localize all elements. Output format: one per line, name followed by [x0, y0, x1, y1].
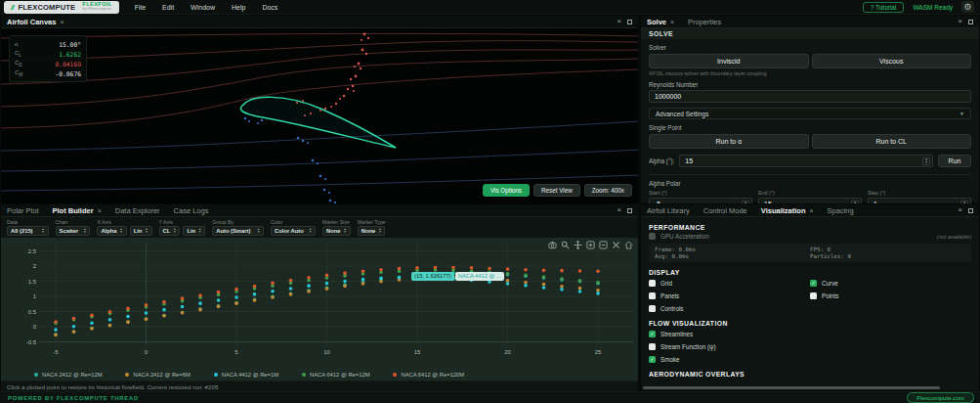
reset-view-button[interactable]: Reset View — [533, 184, 580, 197]
viz-tab-control-mode[interactable]: Control Mode — [703, 206, 747, 215]
horizontal-scrollbar[interactable] — [643, 386, 940, 389]
checkbox-curve[interactable]: ✓Curve — [810, 278, 971, 288]
tutorial-button[interactable]: ? Tutorial — [863, 2, 905, 13]
plot-tab-data-explorer[interactable]: Data Explorer — [115, 206, 160, 215]
tooltip-series: NACA 4412 @ ... — [455, 272, 504, 281]
viz-tab-visualization[interactable]: Visualization× — [761, 206, 814, 215]
alpha-input[interactable]: 15 ▲▼ — [679, 155, 933, 167]
legend-item[interactable]: NACA 6412 @ Re=12M — [302, 372, 369, 378]
vis-options-button[interactable]: Vis Options — [483, 184, 530, 197]
performance-header: PERFORMANCE — [649, 224, 971, 231]
close-icon[interactable]: × — [670, 19, 674, 25]
y-axis-select[interactable]: Lin▲▼ — [183, 226, 205, 236]
checkbox-grid[interactable]: Grid — [649, 278, 810, 288]
alpha-label: Alpha (°): — [649, 157, 674, 164]
panel-close-icon[interactable]: × — [958, 18, 962, 25]
legend-item[interactable]: NACA 2412 @ Re=6M — [125, 372, 190, 378]
legend-marker-icon — [125, 373, 129, 377]
panel-close-icon[interactable]: × — [958, 206, 962, 214]
tab-airfoil-canvas[interactable]: Airfoil Canvas × — [7, 18, 64, 26]
gpu-checkbox[interactable] — [649, 233, 656, 240]
close-icon[interactable]: × — [98, 207, 102, 214]
plot-tab-case-logs[interactable]: Case Logs — [174, 206, 209, 215]
reset-axes-icon[interactable] — [624, 241, 633, 249]
plot-tab-plot-builder[interactable]: Plot Builder× — [53, 206, 102, 215]
solve-panel: Solve×Properties × SOLVE Solver Inviscid… — [640, 15, 980, 203]
panel-maximize-icon[interactable] — [968, 208, 973, 213]
data-select[interactable]: All (215)▲▼ — [7, 226, 49, 236]
svg-text:1.5: 1.5 — [28, 279, 37, 285]
marker-size-select[interactable]: None▲▼ — [322, 226, 351, 236]
checkbox-smoke[interactable]: ✓Smoke — [649, 354, 971, 364]
airfoil-canvas-panel: Airfoil Canvas × × — [0, 15, 639, 203]
flexcompute-com-badge[interactable]: Flexcompute.com — [907, 392, 974, 403]
checkbox-points[interactable]: Points — [810, 291, 971, 300]
x-axis-select[interactable]: Alpha▲▼ — [97, 226, 126, 236]
panel-maximize-icon[interactable] — [627, 20, 632, 24]
legend-item[interactable]: NACA 2412 @ Re=12M — [34, 372, 102, 378]
run-to-cl-button[interactable]: Run to CL — [812, 134, 972, 149]
viz-tab-spacing[interactable]: Spacing — [828, 206, 854, 215]
perf-fps: FPS: 0 — [810, 246, 965, 252]
run-to-alpha-button[interactable]: Run to α — [649, 134, 809, 149]
panel-maximize-icon[interactable] — [627, 208, 632, 213]
reynolds-input[interactable]: 1000000 — [649, 90, 971, 103]
y-axis-select[interactable]: CL▲▼ — [159, 226, 181, 236]
close-icon[interactable]: × — [60, 19, 64, 25]
pan-icon[interactable] — [574, 241, 582, 249]
solve-tabbar: Solve×Properties × — [641, 16, 979, 28]
group-by-select[interactable]: Auto (Smart)▲▼ — [212, 226, 264, 236]
close-icon[interactable]: × — [810, 207, 814, 214]
app-root: // FLEXCOMPUTE FLEXFOIL by Flexcompute F… — [0, 0, 980, 403]
zoom-icon[interactable] — [561, 241, 570, 249]
panel-maximize-icon[interactable] — [968, 20, 973, 24]
legend-marker-icon — [214, 373, 218, 377]
panel-close-icon[interactable]: × — [617, 18, 621, 25]
single-point-label: Single Point — [649, 124, 971, 131]
checkbox-streamlines[interactable]: ✓Streamlines — [649, 329, 971, 338]
readout-row: CL1.6262 — [15, 49, 81, 59]
zoom-in-icon[interactable] — [586, 241, 595, 249]
svg-text:0: 0 — [33, 324, 37, 330]
display-header: DISPLAY — [649, 269, 971, 276]
display-checkboxes: Grid✓CurvePanelsPointsControls — [649, 278, 971, 313]
plot-tab-polar-plot[interactable]: Polar Plot — [7, 206, 39, 215]
readout-row: α15.00° — [15, 39, 81, 49]
menu-docs[interactable]: Docs — [262, 4, 277, 11]
flowfield-canvas[interactable]: α15.00°CL1.6262CD0.04169CM-0.0676 Vis Op… — [1, 28, 638, 203]
checkbox-stream-function[interactable]: Stream Function (ψ) — [649, 341, 971, 351]
autoscale-icon[interactable] — [612, 241, 620, 249]
run-button[interactable]: Run — [938, 155, 971, 167]
zoom-out-icon[interactable] — [599, 241, 608, 249]
chart-select[interactable]: Scatter▲▼ — [56, 226, 91, 236]
legend-item[interactable]: NACA 4412 @ Re=1M — [214, 372, 278, 378]
performance-stats: Frame: 0.0ms FPS: 0 Avg: 0.0ms Particles… — [649, 244, 971, 262]
solve-tab-properties[interactable]: Properties — [688, 18, 721, 26]
x-axis-select[interactable]: Lin▲▼ — [130, 226, 152, 236]
readout-row: CD0.04169 — [15, 59, 81, 68]
checkbox-controls[interactable]: Controls — [649, 303, 810, 313]
menu-help[interactable]: Help — [232, 4, 245, 11]
viscous-button[interactable]: Viscous — [812, 54, 972, 68]
checkbox-panels[interactable]: Panels — [649, 291, 810, 300]
advanced-settings-toggle[interactable]: Advanced Settings ▼ — [649, 108, 971, 119]
gear-icon[interactable]: ⚙ — [961, 1, 974, 13]
viz-tab-airfoil-library[interactable]: Airfoil Library — [647, 206, 690, 215]
solve-tab-solve[interactable]: Solve× — [647, 18, 674, 26]
color-select[interactable]: Color Auto▲▼ — [271, 226, 316, 236]
svg-text:-0.5: -0.5 — [26, 339, 37, 345]
inviscid-button[interactable]: Inviscid — [649, 54, 809, 68]
camera-icon[interactable] — [548, 241, 557, 249]
polar-plot-area[interactable]: -0.500.511.522.5-50510152025 (15, 1.6261… — [1, 238, 638, 381]
menu-file[interactable]: File — [135, 4, 146, 11]
zoom-400x-button[interactable]: Zoom: 400x — [584, 184, 632, 197]
marker-type-select[interactable]: None▲▼ — [358, 226, 386, 236]
polar-chart[interactable]: -0.500.511.522.5-50510152025 — [1, 238, 634, 359]
control-marker-size: Marker SizeNone▲▼ — [322, 219, 351, 236]
menu-edit[interactable]: Edit — [162, 4, 174, 11]
logo-text: FLEXCOMPUTE — [18, 3, 75, 12]
panel-close-icon[interactable]: × — [617, 206, 621, 214]
menu-window[interactable]: Window — [191, 4, 215, 11]
legend-item[interactable]: NACA 6412 @ Re=120M — [393, 372, 464, 378]
stepper-icon[interactable]: ▲▼ — [922, 157, 930, 165]
